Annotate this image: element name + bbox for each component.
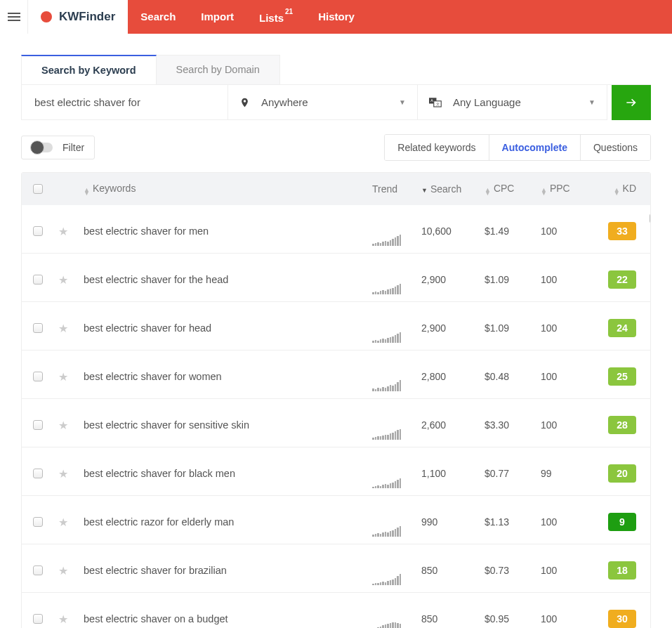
search-volume: 1,100 bbox=[421, 468, 446, 479]
nav-item-lists[interactable]: Lists21 bbox=[246, 0, 305, 35]
keyword-text[interactable]: best electric shaver on a budget bbox=[84, 613, 228, 624]
location-dropdown[interactable]: Anywhere ▼ bbox=[228, 85, 418, 120]
nav-item-search[interactable]: Search bbox=[128, 0, 188, 34]
filter-toggle[interactable] bbox=[32, 143, 53, 152]
table-row: ★best electric shaver for the head2,900$… bbox=[22, 253, 650, 301]
cpc-value: $1.09 bbox=[485, 322, 509, 334]
row-checkbox[interactable] bbox=[33, 565, 43, 575]
keyword-text[interactable]: best electric shaver for black men bbox=[84, 468, 235, 479]
tab-search-by-keyword[interactable]: Search by Keyword bbox=[21, 55, 157, 84]
language-icon: A文 bbox=[429, 98, 442, 107]
app-logo[interactable]: KWFinder bbox=[28, 0, 128, 34]
table-row: ★best electric shaver for brazilian850$0… bbox=[22, 544, 650, 592]
cpc-value: $0.73 bbox=[485, 565, 509, 576]
language-label: Any Language bbox=[453, 96, 588, 108]
keyword-text[interactable]: best electric shaver for brazilian bbox=[84, 565, 227, 576]
cpc-value: $3.30 bbox=[485, 419, 509, 431]
ppc-value: 100 bbox=[541, 274, 557, 285]
kd-badge: 20 bbox=[608, 464, 636, 483]
trend-sparkline bbox=[372, 376, 421, 391]
star-icon[interactable]: ★ bbox=[58, 516, 68, 528]
star-icon[interactable]: ★ bbox=[58, 419, 68, 431]
ppc-value: 100 bbox=[541, 322, 557, 334]
keyword-text[interactable]: best electric shaver for men bbox=[84, 225, 209, 237]
cpc-value: $0.95 bbox=[485, 613, 509, 624]
cpc-value: $1.13 bbox=[485, 516, 509, 528]
svg-text:文: 文 bbox=[436, 101, 440, 105]
star-icon[interactable]: ★ bbox=[58, 468, 68, 480]
kd-badge: 24 bbox=[608, 319, 636, 337]
ppc-value: 100 bbox=[541, 419, 557, 431]
row-checkbox[interactable] bbox=[33, 614, 43, 624]
cpc-value: $1.49 bbox=[485, 225, 509, 237]
col-header-kd[interactable]: ▲▼KD bbox=[590, 183, 639, 195]
sort-icon: ▲▼ bbox=[614, 188, 620, 195]
table-row: ★best electric shaver for women2,800$0.4… bbox=[22, 350, 650, 398]
table-header: ▲▼Keywords Trend ▼Search ▲▼CPC ▲▼PPC ▲▼K… bbox=[22, 173, 650, 205]
search-volume: 850 bbox=[421, 565, 437, 576]
pill-related-keywords[interactable]: Related keywords bbox=[385, 135, 489, 160]
keyword-text[interactable]: best electric razor for elderly man bbox=[84, 516, 234, 528]
col-header-keywords[interactable]: ▲▼Keywords bbox=[84, 183, 372, 195]
select-all-checkbox[interactable] bbox=[33, 184, 43, 194]
ppc-value: 100 bbox=[541, 516, 557, 528]
sort-icon: ▲▼ bbox=[541, 188, 547, 195]
kd-badge: 30 bbox=[608, 610, 636, 628]
table-row: ★best electric shaver on a budget850$0.9… bbox=[22, 592, 650, 628]
nav-item-history[interactable]: History bbox=[305, 0, 367, 34]
app-name: KWFinder bbox=[59, 10, 115, 24]
trend-sparkline bbox=[372, 424, 421, 440]
pill-autocomplete[interactable]: Autocomplete bbox=[489, 135, 581, 160]
search-volume: 2,600 bbox=[421, 419, 446, 431]
pill-questions[interactable]: Questions bbox=[581, 135, 650, 160]
star-icon[interactable]: ★ bbox=[58, 225, 68, 237]
kd-badge: 18 bbox=[608, 561, 636, 580]
star-icon[interactable]: ★ bbox=[58, 613, 68, 625]
star-icon[interactable]: ★ bbox=[58, 274, 68, 286]
trend-sparkline bbox=[372, 618, 421, 628]
arrow-right-icon bbox=[624, 96, 638, 110]
ppc-value: 99 bbox=[541, 468, 552, 479]
row-checkbox[interactable] bbox=[33, 226, 43, 236]
col-header-search[interactable]: ▼Search bbox=[421, 183, 485, 195]
sort-icon: ▲▼ bbox=[485, 188, 491, 195]
col-header-cpc[interactable]: ▲▼CPC bbox=[485, 183, 541, 195]
filter-toggle-group[interactable]: Filter bbox=[21, 136, 95, 159]
search-submit-button[interactable] bbox=[612, 85, 651, 120]
row-checkbox[interactable] bbox=[33, 323, 43, 333]
chevron-down-icon: ▼ bbox=[588, 98, 595, 106]
cpc-value: $0.48 bbox=[485, 371, 509, 382]
col-header-trend[interactable]: Trend bbox=[372, 183, 421, 195]
keyword-input[interactable] bbox=[21, 85, 228, 120]
tab-search-by-domain[interactable]: Search by Domain bbox=[157, 55, 280, 84]
row-checkbox[interactable] bbox=[33, 469, 43, 478]
col-header-ppc[interactable]: ▲▼PPC bbox=[541, 183, 590, 195]
scrollbar-thumb[interactable] bbox=[650, 214, 651, 223]
search-volume: 2,900 bbox=[421, 322, 446, 334]
table-row: ★best electric shaver for sensitive skin… bbox=[22, 398, 650, 447]
kd-badge: 9 bbox=[608, 513, 636, 531]
ppc-value: 100 bbox=[541, 565, 557, 576]
keyword-text[interactable]: best electric shaver for head bbox=[84, 322, 211, 334]
search-volume: 850 bbox=[421, 613, 437, 624]
language-dropdown[interactable]: A文 Any Language ▼ bbox=[418, 85, 607, 120]
keyword-text[interactable]: best electric shaver for sensitive skin bbox=[84, 419, 249, 431]
menu-button[interactable] bbox=[0, 0, 28, 34]
trend-sparkline bbox=[372, 279, 421, 294]
nav-item-import[interactable]: Import bbox=[188, 0, 246, 34]
keyword-text[interactable]: best electric shaver for the head bbox=[84, 274, 228, 285]
row-checkbox[interactable] bbox=[33, 420, 43, 430]
row-checkbox[interactable] bbox=[33, 517, 43, 527]
row-checkbox[interactable] bbox=[33, 372, 43, 381]
row-checkbox[interactable] bbox=[33, 275, 43, 284]
logo-dot-icon bbox=[41, 11, 52, 22]
search-volume: 2,800 bbox=[421, 371, 446, 382]
star-icon[interactable]: ★ bbox=[58, 322, 68, 334]
keyword-text[interactable]: best electric shaver for women bbox=[84, 371, 222, 382]
star-icon[interactable]: ★ bbox=[58, 565, 68, 577]
kd-badge: 25 bbox=[608, 367, 636, 386]
star-icon[interactable]: ★ bbox=[58, 371, 68, 383]
search-volume: 10,600 bbox=[421, 225, 452, 237]
svg-text:A: A bbox=[430, 98, 433, 103]
sort-desc-icon: ▼ bbox=[421, 187, 428, 194]
